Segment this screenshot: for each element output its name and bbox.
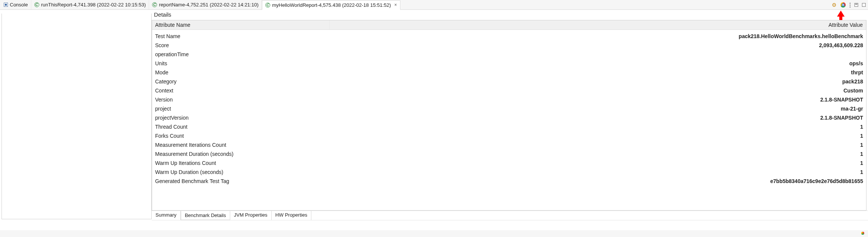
table-row[interactable]: Measurement Duration (seconds)1 — [152, 149, 866, 159]
table-row[interactable]: operationTime — [152, 50, 866, 59]
attr-name-cell: Units — [152, 59, 329, 68]
details-title: Details — [152, 10, 868, 20]
table-row[interactable]: Generated Benchmark Test Tage7bb5b8340a7… — [152, 177, 866, 186]
content-area: Details Attribute Name Attribute Value T… — [0, 10, 868, 220]
attr-value-cell: 1 — [329, 168, 866, 177]
tab-report-0-label: runThisReport-4,741.398 (2022-02-22 10:1… — [41, 2, 146, 8]
attr-value-cell: pack218 — [329, 77, 866, 86]
gear-icon[interactable]: ⚙ — [832, 2, 837, 8]
col-attribute-name[interactable]: Attribute Name — [152, 20, 329, 30]
details-scroll[interactable]: Test Namepack218.HelloWorldBenchmarks.he… — [152, 32, 866, 210]
status-dot-icon — [861, 232, 864, 235]
table-row[interactable]: Version2.1.8-SNAPSHOT — [152, 95, 866, 104]
btab-hw[interactable]: HW Properties — [272, 211, 312, 220]
tab-report-1[interactable]: C reportName-4,752.251 (2022-02-22 14:21… — [149, 0, 262, 9]
attr-value-cell: 1 — [329, 122, 866, 131]
attr-value-cell: 1 — [329, 149, 866, 159]
table-row[interactable]: projectVersion2.1.8-SNAPSHOT — [152, 113, 866, 122]
table-row[interactable]: Modethrpt — [152, 68, 866, 77]
attr-name-cell: Version — [152, 95, 329, 104]
attr-name-cell: Context — [152, 86, 329, 95]
attr-name-cell: Generated Benchmark Test Tag — [152, 177, 329, 186]
tab-console[interactable]: Console — [1, 0, 31, 9]
attr-value-cell: e7bb5b8340a716c9e2e76d5d8b81655 — [329, 177, 866, 186]
attr-value-cell: 1 — [329, 140, 866, 149]
minimize-icon[interactable] — [854, 3, 858, 7]
attr-name-cell: Thread Count — [152, 122, 329, 131]
attr-name-cell: Test Name — [152, 32, 329, 41]
table-row[interactable]: Forks Count1 — [152, 131, 866, 140]
console-icon — [4, 3, 8, 7]
tab-report-2[interactable]: C myHelloWorldReport-4,575.438 (2022-02-… — [262, 0, 400, 10]
details-table-wrap: Attribute Name Attribute Value Test Name… — [152, 20, 866, 211]
attr-value-cell: pack218.HelloWorldBenchmarks.helloBenchm… — [329, 32, 866, 41]
btab-summary[interactable]: Summary — [152, 211, 181, 220]
attr-value-cell: 2,093,463,609.228 — [329, 41, 866, 50]
tab-report-0[interactable]: C runThisReport-4,741.398 (2022-02-22 10… — [31, 0, 149, 9]
table-row[interactable]: Test Namepack218.HelloWorldBenchmarks.he… — [152, 32, 866, 41]
top-tab-bar: Console C runThisReport-4,741.398 (2022-… — [0, 0, 868, 10]
btab-jvm[interactable]: JVM Properties — [230, 211, 272, 220]
attr-name-cell: projectVersion — [152, 113, 329, 122]
toolbar-icons: ⚙ — [832, 0, 866, 10]
details-panel: Details Attribute Name Attribute Value T… — [152, 10, 868, 220]
attr-value-cell: 2.1.8-SNAPSHOT — [329, 95, 866, 104]
table-row[interactable]: Categorypack218 — [152, 77, 866, 86]
attr-value-cell: ma-21-gr — [329, 104, 866, 113]
report-icon: C — [34, 2, 39, 7]
table-row[interactable]: Thread Count1 — [152, 122, 866, 131]
attr-value-cell: 1 — [329, 159, 866, 168]
attr-name-cell: Warm Up Iterations Count — [152, 159, 329, 168]
maximize-icon[interactable] — [862, 3, 866, 7]
attr-name-cell: Warm Up Duration (seconds) — [152, 168, 329, 177]
attr-name-cell: Mode — [152, 68, 329, 77]
report-icon: C — [152, 2, 157, 7]
btab-benchmark-details[interactable]: Benchmark Details — [181, 211, 230, 220]
tab-report-2-label: myHelloWorldReport-4,575.438 (2022-02-18… — [272, 2, 391, 8]
attr-name-cell: Measurement Duration (seconds) — [152, 149, 329, 159]
attr-name-cell: Measurement Iterations Count — [152, 140, 329, 149]
table-row[interactable]: Measurement Iterations Count1 — [152, 140, 866, 149]
attr-name-cell: project — [152, 104, 329, 113]
table-row[interactable]: Score2,093,463,609.228 — [152, 41, 866, 50]
table-row[interactable]: projectma-21-gr — [152, 104, 866, 113]
kebab-menu-icon[interactable] — [850, 3, 851, 8]
attr-value-cell: thrpt — [329, 68, 866, 77]
attr-name-cell: Category — [152, 77, 329, 86]
attr-value-cell: ops/s — [329, 59, 866, 68]
attr-name-cell: Forks Count — [152, 131, 329, 140]
attr-name-cell: Score — [152, 41, 329, 50]
bottom-tab-bar: Summary Benchmark Details JVM Properties… — [152, 211, 868, 220]
table-row[interactable]: ContextCustom — [152, 86, 866, 95]
table-row[interactable]: Warm Up Iterations Count1 — [152, 159, 866, 168]
col-attribute-value[interactable]: Attribute Value — [329, 20, 866, 30]
attr-value-cell — [329, 50, 866, 59]
tab-console-label: Console — [10, 2, 28, 8]
attr-value-cell: 2.1.8-SNAPSHOT — [329, 113, 866, 122]
status-bar — [0, 230, 868, 237]
close-icon[interactable]: × — [393, 2, 397, 8]
table-row[interactable]: Unitsops/s — [152, 59, 866, 68]
chrome-icon[interactable] — [840, 2, 846, 8]
attr-name-cell: operationTime — [152, 50, 329, 59]
attr-value-cell: 1 — [329, 131, 866, 140]
table-row[interactable]: Warm Up Duration (seconds)1 — [152, 168, 866, 177]
report-icon: C — [265, 3, 270, 8]
left-panel — [2, 14, 152, 219]
tab-report-1-label: reportName-4,752.251 (2022-02-22 14:21:1… — [159, 2, 259, 8]
attr-value-cell: Custom — [329, 86, 866, 95]
